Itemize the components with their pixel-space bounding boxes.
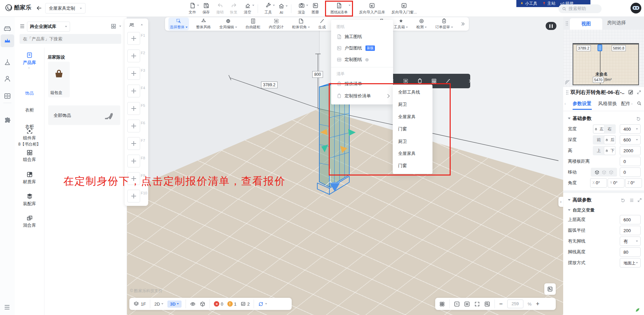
- rail-item-apps[interactable]: [3, 116, 11, 124]
- material-library-icon[interactable]: [26, 171, 33, 178]
- tool-cabinet-corner-cut[interactable]: 柜体切角: [291, 18, 311, 30]
- tabs-scroll-left-icon[interactable]: ‹: [565, 101, 566, 106]
- mode-3d-button[interactable]: 3D: [167, 301, 182, 308]
- display-cube-icon[interactable]: [200, 301, 205, 307]
- caret-down-icon[interactable]: [636, 128, 638, 130]
- mode-2d-button[interactable]: 2D: [154, 302, 163, 307]
- combination-library-icon[interactable]: [26, 149, 33, 156]
- toolbar-tools-button[interactable]: 工具: [264, 2, 272, 15]
- toolbar-drawings-lists-button[interactable]: 图纸&清单: [330, 2, 348, 15]
- move-cube-icon[interactable]: [602, 170, 607, 175]
- fit-view-icon[interactable]: [474, 301, 480, 307]
- zoom-out-button[interactable]: −: [499, 302, 503, 306]
- fav-add-button-f6[interactable]: [127, 120, 140, 132]
- tab-parameter-settings[interactable]: 参数设置: [573, 101, 591, 107]
- catalog-search-input[interactable]: [20, 34, 121, 44]
- library-selector[interactable]: 跨企业测试库: [27, 22, 70, 32]
- right-panel-collapse-handle[interactable]: ›: [558, 197, 563, 207]
- drag-handle-icon[interactable]: [566, 21, 568, 26]
- rail-item-profile[interactable]: [3, 75, 11, 83]
- zoom-area-icon[interactable]: [484, 301, 490, 307]
- message-button[interactable]: 消息: [618, 14, 644, 26]
- reset-icon[interactable]: [636, 116, 641, 121]
- feedback-leaf-icon[interactable]: [635, 307, 641, 313]
- tool-interior-design[interactable]: 内空设计: [267, 18, 285, 30]
- sidebar-item-assembly-library[interactable]: 装配库: [15, 201, 44, 207]
- toolbar-file-button[interactable]: 文件: [189, 2, 196, 15]
- list-settings-icon[interactable]: [629, 198, 634, 203]
- category-item-wardrobe[interactable]: 衣柜: [15, 107, 44, 113]
- dual-view-toggle[interactable]: [546, 22, 556, 30]
- tool-global-edit[interactable]: 全局编辑: [218, 18, 238, 30]
- minimap[interactable]: 3789.2 5890.8 未命名 5470 |9m²: [563, 30, 644, 87]
- fav-add-button-f1[interactable]: [127, 32, 140, 45]
- toolbar-import-products-button[interactable]: 反向导入产品库: [359, 2, 385, 15]
- user-avatar[interactable]: [631, 3, 641, 13]
- collapse-up-icon[interactable]: [141, 24, 143, 25]
- upper-height-field[interactable]: 600: [620, 215, 641, 224]
- subsection-custom-vars[interactable]: 自定义变量: [568, 207, 594, 213]
- minimap-resize-icon[interactable]: [565, 80, 570, 85]
- height-value-field[interactable]: 2000: [620, 146, 641, 155]
- menu-item-construction-drawing[interactable]: 施工图纸: [331, 31, 393, 42]
- anchor-left-button[interactable]: 左: [593, 125, 604, 133]
- settings-tool-icon[interactable]: [464, 301, 470, 307]
- reset-icon[interactable]: [620, 198, 625, 203]
- sidebar-item-mix-library[interactable]: 混合库: [15, 222, 44, 228]
- move-cube-icon[interactable]: [609, 170, 614, 175]
- quick-widgets-link[interactable]: 小工具: [520, 1, 537, 6]
- caret-down-icon[interactable]: [636, 241, 638, 242]
- toolbar-render-button[interactable]: 渲染: [298, 2, 305, 15]
- anchor-down-button[interactable]: 下: [604, 147, 615, 155]
- tool-toolbox[interactable]: 工具箱: [392, 18, 409, 30]
- caret-down-icon[interactable]: [636, 139, 638, 140]
- arc-radius-field[interactable]: 200: [620, 226, 641, 235]
- sync-button[interactable]: [258, 301, 267, 307]
- tabs-scroll-right-icon[interactable]: ›: [631, 101, 633, 106]
- mix-library-icon[interactable]: [26, 215, 33, 222]
- brand-logo[interactable]: 酷家乐: [5, 4, 31, 11]
- view-frame-count[interactable]: 2: [240, 301, 250, 307]
- move-value-field[interactable]: 0: [620, 167, 641, 177]
- error-count[interactable]: ×0: [214, 301, 223, 307]
- toolbar-undo-button[interactable]: 撤销: [216, 2, 224, 15]
- tool-free-cabinet[interactable]: 自由建柜: [244, 18, 262, 30]
- param-search-icon[interactable]: [637, 101, 642, 106]
- rail-item-vip-library[interactable]: [3, 37, 11, 45]
- ctx-more-icon[interactable]: [468, 78, 473, 84]
- catalog-list-icon[interactable]: [19, 23, 25, 29]
- help-search-box[interactable]: 搜索帮助: [558, 4, 602, 13]
- design-title-selector[interactable]: 全屋家具定制: [45, 3, 86, 13]
- menu-item-floorplan-drawing[interactable]: 户型图纸 新版: [331, 42, 393, 54]
- section-advanced-params[interactable]: 高级参数: [568, 197, 591, 203]
- fav-add-button-f10[interactable]: [127, 190, 140, 202]
- anchor-back-button[interactable]: 后: [604, 136, 615, 144]
- tab-style-replace[interactable]: 风格替换: [598, 101, 617, 107]
- anchor-up-button[interactable]: 上: [593, 147, 604, 155]
- toolbar-album-button[interactable]: 图册: [312, 2, 319, 15]
- angle-x-field[interactable]: X0°: [590, 178, 607, 188]
- toolbar-ai-button[interactable]: AI: [278, 3, 285, 14]
- tab-view[interactable]: 视图: [570, 18, 602, 30]
- category-item-bookcase[interactable]: 8【书台柜】: [15, 141, 44, 147]
- visibility-eye-icon[interactable]: [190, 301, 196, 307]
- rename-icon[interactable]: [628, 89, 634, 95]
- tool-detect[interactable]: 检测: [415, 18, 428, 30]
- floor-selector[interactable]: 1F: [133, 301, 146, 307]
- album-shortcut-button[interactable]: [544, 283, 556, 295]
- caret-down-icon[interactable]: [119, 26, 121, 27]
- drag-handle-icon[interactable]: [566, 90, 569, 95]
- fav-add-button-f5[interactable]: [127, 102, 140, 115]
- tool-order-review[interactable]: 订单提审: [434, 18, 454, 30]
- angle-y-field[interactable]: Y0°: [608, 178, 624, 188]
- toolbar-redo-button[interactable]: 恢复: [230, 2, 237, 15]
- toolbar-import-doors-button[interactable]: 反向导入门窗...: [391, 2, 417, 15]
- minimap-split-handle[interactable]: [598, 44, 602, 51]
- quick-main-site-link[interactable]: 主站: [542, 1, 555, 6]
- presets-grid-icon[interactable]: [439, 301, 445, 307]
- anchor-right-button[interactable]: 右: [604, 125, 615, 133]
- tool-select-whole[interactable]: 选择整体: [168, 18, 189, 30]
- menu-item-custom-drawing[interactable]: 定制图纸: [331, 54, 393, 65]
- zoom-in-button[interactable]: +: [536, 302, 540, 306]
- warning-count[interactable]: !1: [227, 301, 236, 307]
